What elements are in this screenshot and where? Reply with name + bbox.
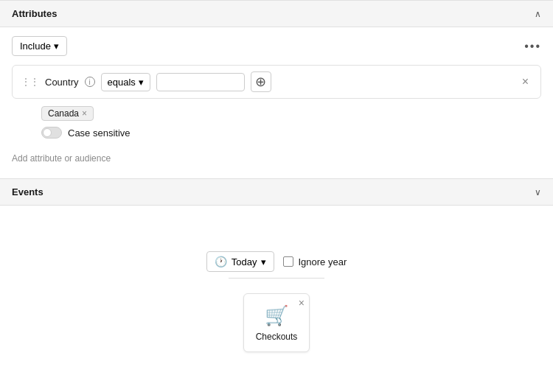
case-sensitive-toggle[interactable] <box>41 127 62 139</box>
events-chevron-icon[interactable]: ∨ <box>535 187 541 197</box>
date-filter-row: 🕐 Today ▾ Ignore year <box>12 251 541 272</box>
drag-handle-icon[interactable]: ⋮⋮ <box>21 77 39 87</box>
include-row: Include ▾ ••• <box>12 36 541 56</box>
attribute-name-label: Country <box>45 77 79 88</box>
attributes-body: Include ▾ ••• ⋮⋮ Country i equals ▾ ⊕ × … <box>0 27 553 178</box>
remove-attribute-button[interactable]: × <box>519 74 532 90</box>
case-sensitive-row: Case sensitive <box>12 127 541 139</box>
events-body: 🕐 Today ▾ Ignore year × 🛒 Checkouts <box>0 206 553 392</box>
ignore-year-row: Ignore year <box>283 256 347 267</box>
country-attribute-row: ⋮⋮ Country i equals ▾ ⊕ × <box>12 65 541 99</box>
events-section: Events ∨ 🕐 Today ▾ Ignore year × 🛒 Check… <box>0 178 553 392</box>
case-sensitive-label: Case sensitive <box>68 127 131 139</box>
clock-icon: 🕐 <box>215 256 227 267</box>
add-value-button[interactable]: ⊕ <box>251 71 271 92</box>
include-label: Include <box>20 41 51 52</box>
operator-dropdown[interactable]: equals ▾ <box>101 73 150 91</box>
operator-label: equals <box>108 77 136 88</box>
operator-chevron-icon: ▾ <box>139 77 144 88</box>
event-cards-container: × 🛒 Checkouts <box>12 293 541 352</box>
divider-line <box>229 278 324 279</box>
add-value-icon: ⊕ <box>255 74 266 90</box>
attributes-title: Attributes <box>12 8 57 19</box>
attributes-chevron-icon[interactable]: ∧ <box>535 9 541 19</box>
tag-value: Canada <box>48 108 79 119</box>
canada-tag: Canada × <box>41 106 94 121</box>
toggle-knob <box>43 128 52 137</box>
cart-icon: 🛒 <box>265 304 288 327</box>
remove-tag-button[interactable]: × <box>82 108 87 119</box>
more-options-button[interactable]: ••• <box>524 40 541 53</box>
events-title: Events <box>12 186 44 197</box>
value-input[interactable] <box>156 73 245 91</box>
tags-row: Canada × <box>12 106 541 121</box>
event-card-label: Checkouts <box>256 332 298 342</box>
add-attribute-link[interactable]: Add attribute or audience <box>12 147 541 169</box>
attributes-header: Attributes ∧ <box>0 0 553 27</box>
date-dropdown[interactable]: 🕐 Today ▾ <box>206 251 275 272</box>
ignore-year-checkbox[interactable] <box>283 256 293 267</box>
attributes-section: Attributes ∧ Include ▾ ••• ⋮⋮ Country i … <box>0 0 553 178</box>
date-chevron-icon: ▾ <box>261 256 266 267</box>
ignore-year-label: Ignore year <box>298 256 347 267</box>
include-chevron-icon: ▾ <box>54 41 59 52</box>
attribute-info-icon[interactable]: i <box>85 77 95 87</box>
date-label: Today <box>232 256 257 267</box>
events-header: Events ∨ <box>0 178 553 206</box>
include-dropdown[interactable]: Include ▾ <box>12 36 67 56</box>
checkouts-event-card: × 🛒 Checkouts <box>243 293 310 352</box>
remove-event-button[interactable]: × <box>299 297 305 309</box>
